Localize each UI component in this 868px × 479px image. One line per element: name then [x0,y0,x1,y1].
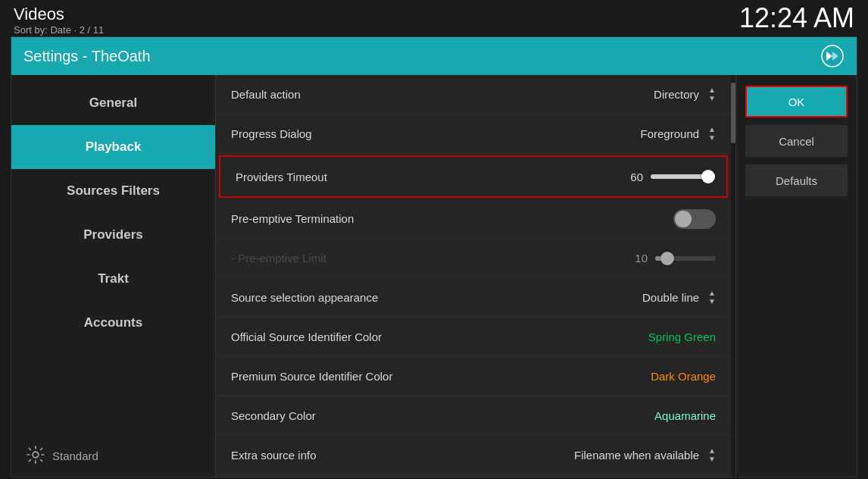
value-source-selection-appearance[interactable]: Double line ▲▼ [642,290,716,305]
highlight-border-providers-timeout: Providers Timeout 60 [219,155,728,198]
sidebar-spacer [11,345,215,435]
settings-window: Settings - TheOath General Playback Sour… [11,36,857,477]
svg-point-1 [33,452,39,458]
sidebar: General Playback Sources Filters Provide… [11,75,216,477]
sidebar-item-providers[interactable]: Providers [11,213,215,257]
row-premium-source-color[interactable]: Premium Source Identifier Color Dark Ora… [216,357,731,396]
settings-header: Settings - TheOath [11,37,857,75]
scroll-thumb[interactable] [731,83,735,143]
standard-label: Standard [52,449,98,462]
clock: 12:24 AM [739,5,854,32]
label-official-source-color: Official Source Identifier Color [231,330,382,343]
row-official-source-color[interactable]: Official Source Identifier Color Spring … [216,318,731,357]
label-secondary-color: Secondary Color [231,409,316,422]
gear-icon [27,446,45,466]
sidebar-item-general[interactable]: General [11,81,215,125]
label-premium-source-color: Premium Source Identifier Color [231,370,392,383]
label-progress-dialog: Progress Dialog [231,127,312,140]
row-providers-timeout[interactable]: Providers Timeout 60 [220,157,726,196]
label-pre-emptive-limit: - Pre-emptive Limit [231,252,326,265]
row-progress-dialog[interactable]: Progress Dialog Foreground ▲▼ [216,114,731,154]
label-providers-timeout: Providers Timeout [236,171,327,183]
main-area: Default action Directory ▲▼ Progress Dia… [216,75,735,477]
row-pre-emptive-termination[interactable]: Pre-emptive Termination [216,199,731,239]
label-pre-emptive-termination: Pre-emptive Termination [231,212,354,225]
value-premium-source-color[interactable]: Dark Orange [651,370,716,383]
sidebar-item-sources-filters[interactable]: Sources Filters [11,169,215,213]
settings-title: Settings - TheOath [23,48,151,65]
value-extra-source-info[interactable]: Filename when available ▲▼ [574,447,716,463]
chevron-ud-icon: ▲▼ [708,126,716,142]
top-bar-left: Videos Sort by: Date · 2 / 11 [14,5,104,36]
value-secondary-color[interactable]: Aquamarine [654,409,716,422]
settings-body: General Playback Sources Filters Provide… [11,75,857,477]
top-bar: Videos Sort by: Date · 2 / 11 12:24 AM [0,0,868,36]
ok-button[interactable]: OK [745,86,848,117]
row-extra-source-info[interactable]: Extra source info Filename when availabl… [216,436,731,475]
value-providers-timeout[interactable]: 60 [623,171,711,183]
chevron-ud-icon: ▲▼ [708,447,716,463]
row-source-selection-appearance[interactable]: Source selection appearance Double line … [216,278,731,318]
row-secondary-color[interactable]: Secondary Color Aquamarine [216,396,731,436]
value-official-source-color[interactable]: Spring Green [648,330,716,343]
right-panel: OK Cancel Defaults [735,75,857,477]
settings-rows: Default action Directory ▲▼ Progress Dia… [216,75,731,477]
page-title: Videos [14,5,104,24]
scrollbar[interactable] [731,75,735,477]
sidebar-bottom: Standard [11,435,215,477]
label-default-action: Default action [231,88,301,101]
row-default-action[interactable]: Default action Directory ▲▼ [216,75,731,114]
sidebar-item-accounts[interactable]: Accounts [11,301,215,345]
row-pre-emptive-limit: - Pre-emptive Limit 10 [216,239,731,278]
providers-timeout-slider[interactable] [651,174,711,179]
sidebar-item-trakt[interactable]: Trakt [11,257,215,301]
page-subtitle: Sort by: Date · 2 / 11 [14,24,104,36]
chevron-ud-icon: ▲▼ [708,86,716,102]
label-source-selection-appearance: Source selection appearance [231,291,378,304]
value-pre-emptive-termination[interactable] [673,209,716,229]
kodi-logo-icon [820,44,845,68]
value-pre-emptive-limit: 10 [628,252,716,265]
value-default-action[interactable]: Directory ▲▼ [654,86,716,102]
sidebar-item-playback[interactable]: Playback [11,125,215,169]
toggle-knob [675,211,692,227]
defaults-button[interactable]: Defaults [745,164,848,196]
value-progress-dialog[interactable]: Foreground ▲▼ [641,126,716,142]
cancel-button[interactable]: Cancel [745,125,848,157]
chevron-ud-icon: ▲▼ [708,290,716,305]
label-extra-source-info: Extra source info [231,449,317,462]
pre-emptive-limit-slider [655,256,716,261]
toggle-pre-emptive-termination[interactable] [673,209,716,229]
